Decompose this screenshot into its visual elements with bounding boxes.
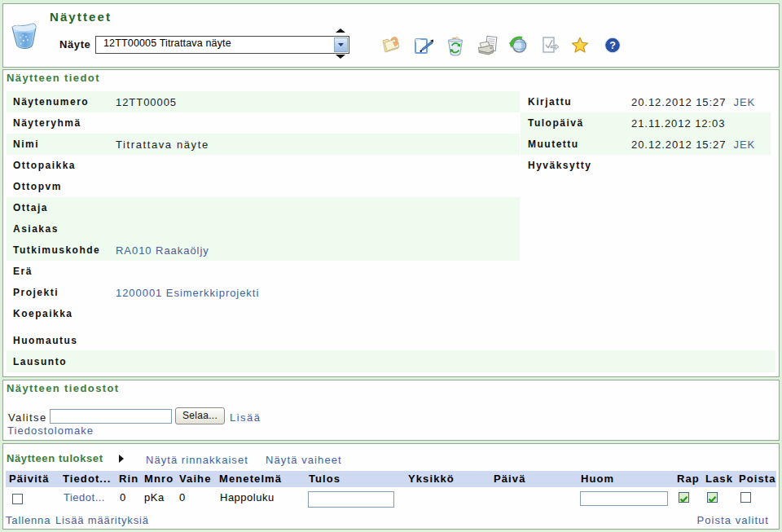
svg-text:?: ? bbox=[609, 40, 616, 51]
